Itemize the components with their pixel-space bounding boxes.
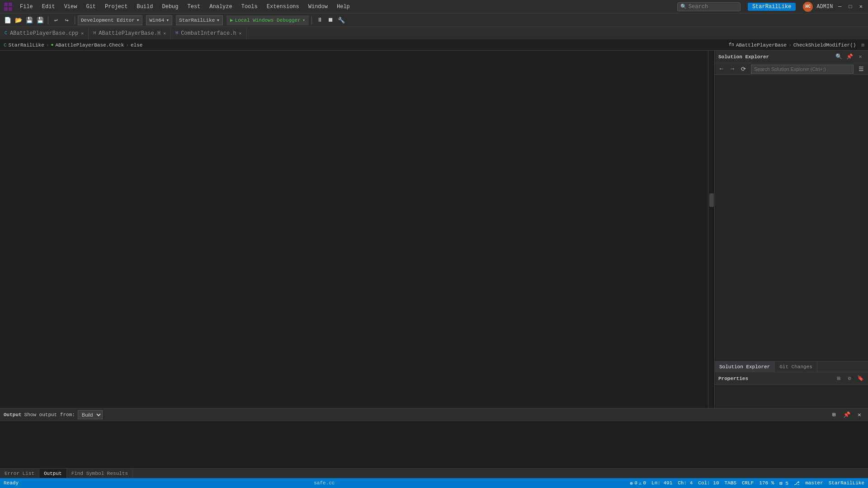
tools-btn-1[interactable]: ⏸ xyxy=(315,15,325,25)
status-ch[interactable]: Ch: 4 xyxy=(678,480,693,486)
menu-analyze[interactable]: Analyze xyxy=(206,3,236,11)
run-icon: ▶ xyxy=(230,17,233,23)
platform-dropdown[interactable]: Win64 ▾ xyxy=(146,15,172,25)
project-dropdown[interactable]: StarRailLike ▾ xyxy=(176,15,223,25)
se-search-input[interactable] xyxy=(751,65,854,74)
tab-git-changes[interactable]: Git Changes xyxy=(775,361,817,372)
breadcrumb-check[interactable]: ABattlePlayerBase.Check xyxy=(55,42,124,48)
menu-help[interactable]: Help xyxy=(333,3,354,11)
tools-btn-2[interactable]: ⏹ xyxy=(326,15,335,25)
status-branch[interactable]: master xyxy=(805,480,823,486)
breadcrumb-sep-1: › xyxy=(46,42,49,48)
tab-cpp-close[interactable]: ✕ xyxy=(81,31,84,36)
code-content[interactable] xyxy=(22,51,708,408)
project-name-button[interactable]: StarRailLike xyxy=(748,3,796,11)
status-tabs[interactable]: TABS xyxy=(725,480,736,486)
menu-project[interactable]: Project xyxy=(101,3,131,11)
scrollbar-thumb[interactable] xyxy=(709,193,714,207)
se-forward-button[interactable]: → xyxy=(727,64,737,74)
se-search-button[interactable]: 🔍 xyxy=(835,53,843,61)
status-ln[interactable]: Ln: 491 xyxy=(651,480,672,486)
se-back-button[interactable]: ← xyxy=(717,64,726,74)
properties-icon-btn1[interactable]: ⊞ xyxy=(835,375,843,383)
admin-label: ADMIN xyxy=(816,4,833,10)
solution-explorer-title: Solution Explorer xyxy=(718,54,832,60)
save-all-button[interactable]: 💾 xyxy=(35,15,45,25)
expand-breadcrumb-icon[interactable]: ⊞ xyxy=(861,42,864,48)
menu-window[interactable]: Window xyxy=(305,3,331,11)
se-pin-button[interactable]: 📌 xyxy=(845,53,854,61)
properties-icon-btn3[interactable]: 🔖 xyxy=(856,375,864,383)
status-indent: ⊞ 5 xyxy=(779,480,788,486)
output-close-button[interactable]: ✕ xyxy=(854,410,864,420)
save-button[interactable]: 💾 xyxy=(24,15,34,25)
run-button[interactable]: ▶ Local Windows Debugger ▾ xyxy=(226,15,309,25)
svg-rect-3 xyxy=(9,7,12,11)
tab-h2-label: CombatInterface.h xyxy=(181,30,236,37)
breadcrumb-class[interactable]: ABattlePlayerBase xyxy=(736,42,787,48)
se-view-button[interactable]: ☰ xyxy=(856,64,866,74)
menu-git[interactable]: Git xyxy=(82,3,99,11)
breadcrumb-file[interactable]: StarRailLike xyxy=(9,42,44,48)
tab-error-list[interactable]: Error List xyxy=(0,469,39,478)
watermark: safe.cc xyxy=(314,480,335,486)
user-avatar: HC xyxy=(803,2,813,12)
redo-button[interactable]: ↪ xyxy=(62,15,72,25)
project-dropdown-label: StarRailLike xyxy=(179,18,215,23)
status-project-name[interactable]: StarRailLike xyxy=(829,480,864,486)
output-options-button[interactable]: ⊞ xyxy=(829,410,839,420)
undo-button[interactable]: ↩ xyxy=(51,15,61,25)
open-file-button[interactable]: 📂 xyxy=(14,15,24,25)
properties-content xyxy=(715,385,868,408)
separator-1 xyxy=(48,16,48,24)
breadcrumb-sep-3: › xyxy=(788,42,792,48)
se-close-button[interactable]: ✕ xyxy=(856,53,864,61)
tab-find-symbol[interactable]: Find Symbol Results xyxy=(67,469,133,478)
tab-h2[interactable]: H CombatInterface.h ✕ xyxy=(171,27,246,39)
output-source-dropdown[interactable]: Build xyxy=(78,410,103,419)
menu-view[interactable]: View xyxy=(61,3,81,11)
close-button[interactable]: ✕ xyxy=(858,3,864,10)
output-panel: Output Show output from: Build ⊞ 📌 ✕ Err… xyxy=(0,408,868,478)
debugger-label: Local Windows Debugger xyxy=(235,18,301,23)
tab-h1[interactable]: H ABattlePlayerBase.H ✕ xyxy=(89,27,171,39)
menu-extensions[interactable]: Extensions xyxy=(263,3,303,11)
menu-tools[interactable]: Tools xyxy=(238,3,261,11)
status-errors[interactable]: ⊗ 0 ⚠ 0 xyxy=(630,480,646,486)
tab-solution-explorer[interactable]: Solution Explorer xyxy=(715,361,775,372)
search-box[interactable]: 🔍 Search xyxy=(677,2,741,11)
menu-debug[interactable]: Debug xyxy=(158,3,182,11)
output-pin-button[interactable]: 📌 xyxy=(842,410,852,420)
status-eol[interactable]: CRLF xyxy=(742,480,754,486)
menu-build[interactable]: Build xyxy=(133,3,156,11)
menu-file[interactable]: File xyxy=(16,3,37,11)
code-scroll-area[interactable] xyxy=(0,51,714,408)
code-editor[interactable] xyxy=(0,51,714,408)
status-zoom[interactable]: 176 % xyxy=(759,480,774,486)
solution-tree[interactable] xyxy=(715,75,868,361)
svg-rect-1 xyxy=(9,3,12,6)
tab-h1-icon: H xyxy=(93,31,96,36)
tab-h2-close[interactable]: ✕ xyxy=(239,31,242,36)
tab-h1-close[interactable]: ✕ xyxy=(163,31,166,36)
editor-tabs: C ABattlePlayerBase.cpp ✕ H ABattlePlaye… xyxy=(0,27,868,40)
properties-title: Properties xyxy=(718,376,832,381)
menu-test[interactable]: Test xyxy=(184,3,204,11)
se-sync-button[interactable]: ⟳ xyxy=(738,64,748,74)
vertical-scrollbar[interactable] xyxy=(708,51,714,408)
menu-edit[interactable]: Edit xyxy=(38,3,59,11)
new-file-button[interactable]: 📄 xyxy=(3,15,13,25)
tab-output[interactable]: Output xyxy=(39,469,67,478)
breadcrumb-method[interactable]: CheckShieldModifier() xyxy=(793,42,856,48)
minimize-button[interactable]: ─ xyxy=(836,4,843,10)
properties-icon-btn2[interactable]: ⚙ xyxy=(845,375,854,383)
tab-h1-label: ABattlePlayerBase.H xyxy=(99,30,160,37)
config-dropdown[interactable]: Development Editor ▾ xyxy=(78,15,142,25)
debugger-arrow-icon: ▾ xyxy=(302,17,306,23)
toolbar: 📄 📂 💾 💾 ↩ ↪ Development Editor ▾ Win64 ▾… xyxy=(0,14,868,27)
breadcrumb-else[interactable]: else xyxy=(131,42,142,48)
platform-arrow-icon: ▾ xyxy=(166,17,169,23)
tab-cpp[interactable]: C ABattlePlayerBase.cpp ✕ xyxy=(0,27,89,39)
tools-btn-3[interactable]: 🔧 xyxy=(336,15,346,25)
maximize-button[interactable]: □ xyxy=(847,4,854,10)
